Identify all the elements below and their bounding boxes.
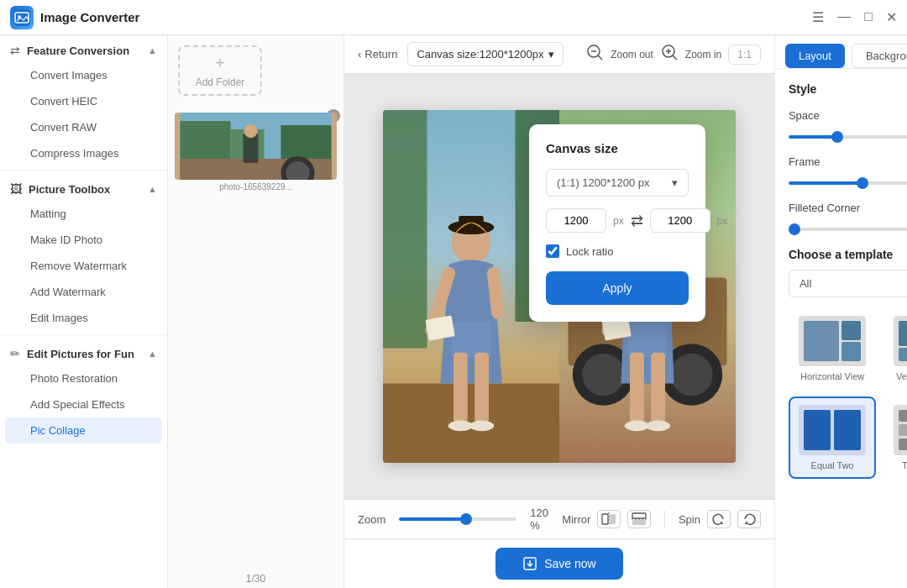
sidebar-item-photo-restoration[interactable]: Photo Restoration <box>0 365 167 391</box>
frame-slider-row: Frame 40 % <box>789 155 907 188</box>
close-button[interactable]: ✕ <box>886 9 897 25</box>
save-button[interactable]: Save now <box>495 548 622 580</box>
title-bar: Image Converter ☰ — □ ✕ <box>0 0 907 35</box>
svg-rect-58 <box>841 321 861 340</box>
popup-size-dropdown[interactable]: (1:1) 1200*1200 px ▾ <box>546 169 689 197</box>
svg-point-45 <box>625 421 649 432</box>
mirror-controls: Mirror <box>562 510 651 528</box>
sidebar-section-edit-pictures[interactable]: ✏ Edit Pictures for Fun ▲ <box>0 339 167 365</box>
mirror-vertical-button[interactable] <box>627 510 651 528</box>
popup-lock-row: Lock ratio <box>546 244 689 258</box>
tab-background[interactable]: Background <box>852 44 907 68</box>
spin-left-button[interactable] <box>707 510 731 528</box>
return-button[interactable]: ‹ Return <box>358 48 397 60</box>
sidebar-item-remove-watermark[interactable]: Remove Watermark <box>0 253 167 279</box>
canvas-preview[interactable]: Canvas size (1:1) 1200*1200 px ▾ px ⇄ px <box>344 74 774 499</box>
popup-width-unit: px <box>613 215 624 227</box>
frame-slider[interactable] <box>789 181 907 185</box>
sidebar-item-add-watermark[interactable]: Add Watermark <box>0 279 167 305</box>
svg-rect-28 <box>474 353 489 423</box>
zoom-in-label: Zoom in <box>685 49 721 60</box>
popup-size-chevron-icon: ▾ <box>672 176 678 189</box>
right-panel-content: Style Space 25 % Frame 40 % <box>775 69 907 492</box>
save-icon <box>522 556 537 571</box>
space-slider[interactable] <box>789 135 907 139</box>
svg-line-14 <box>598 55 602 60</box>
canvas-bottom-bar: Zoom 120 % Mirror <box>344 499 774 538</box>
zoom-in-button[interactable] <box>660 43 679 66</box>
popup-swap-button[interactable]: ⇄ <box>631 212 643 230</box>
template-item-horizontal-view[interactable]: Horizontal View <box>789 307 877 390</box>
mirror-horizontal-button[interactable] <box>597 510 621 528</box>
picture-toolbox-title: Picture Toolbox <box>29 183 110 196</box>
sidebar-item-convert-images[interactable]: Convert Images <box>0 62 167 88</box>
canvas-size-dropdown[interactable]: Canvas size:1200*1200px ▾ <box>407 42 564 66</box>
svg-rect-57 <box>804 321 839 361</box>
svg-rect-25 <box>459 216 483 234</box>
zoom-value: 120 % <box>530 507 548 532</box>
menu-icon[interactable]: ☰ <box>812 9 824 25</box>
template-filter-dropdown[interactable]: All ▾ <box>789 270 907 297</box>
maximize-button[interactable]: □ <box>864 9 873 25</box>
svg-point-36 <box>582 354 624 396</box>
sidebar-section-picture-toolbox[interactable]: 🖼 Picture Toolbox ▲ <box>0 174 167 201</box>
mirror-label: Mirror <box>562 513 590 526</box>
template-three-label: Three Rows <box>902 460 907 470</box>
svg-point-30 <box>469 421 494 432</box>
content-area: + Add Folder ✕ <box>168 35 907 588</box>
add-folder-plus-icon: + <box>215 54 225 73</box>
zoom-out-button[interactable] <box>585 43 604 66</box>
svg-rect-43 <box>630 353 644 423</box>
add-folder-label: Add Folder <box>196 76 245 88</box>
canvas-size-popup: Canvas size (1:1) 1200*1200 px ▾ px ⇄ px <box>529 124 705 322</box>
popup-apply-button[interactable]: Apply <box>546 271 689 305</box>
svg-rect-66 <box>899 424 907 436</box>
picture-toolbox-icon: 🖼 <box>10 182 22 196</box>
main-layout: ⇄ Feature Conversion ▲ Convert Images Co… <box>0 35 907 588</box>
template-item-equal-two[interactable]: Equal Two <box>789 396 877 479</box>
svg-rect-20 <box>383 110 427 349</box>
save-label: Save now <box>544 557 595 570</box>
spin-right-button[interactable] <box>737 510 761 528</box>
corner-slider[interactable] <box>789 228 907 231</box>
sidebar-item-matting[interactable]: Matting <box>0 201 167 227</box>
popup-width-input[interactable] <box>546 208 606 233</box>
zoom-controls: Zoom out Zoom in 1:1 <box>585 43 761 66</box>
sidebar-item-convert-heic[interactable]: Convert HEIC <box>0 88 167 114</box>
svg-point-29 <box>448 421 473 432</box>
svg-point-38 <box>670 354 712 396</box>
sidebar-item-convert-raw[interactable]: Convert RAW <box>0 114 167 140</box>
template-vertical-label: Vertical Picture <box>896 371 907 381</box>
file-list: ✕ <box>168 106 343 566</box>
zoom-slider[interactable] <box>399 517 516 521</box>
template-equal-label: Equal Two <box>811 460 854 470</box>
sidebar-item-make-id-photo[interactable]: Make ID Photo <box>0 227 167 253</box>
feature-conversion-chevron: ▲ <box>148 45 157 55</box>
save-bar: Save now <box>344 538 774 588</box>
svg-rect-10 <box>244 134 259 163</box>
template-item-vertical-picture[interactable]: Vertical Picture <box>883 307 907 390</box>
original-ratio-button[interactable]: 1:1 <box>728 45 761 65</box>
popup-dimensions: px ⇄ px <box>546 208 689 233</box>
frame-label: Frame <box>789 155 820 168</box>
edit-pictures-icon: ✏ <box>10 347 20 360</box>
sidebar-section-feature-conversion[interactable]: ⇄ Feature Conversion ▲ <box>0 35 167 62</box>
sidebar-item-edit-images[interactable]: Edit Images <box>0 305 167 331</box>
sidebar-item-compress-images[interactable]: Compress Images <box>0 140 167 166</box>
svg-marker-54 <box>720 521 723 524</box>
sidebar: ⇄ Feature Conversion ▲ Convert Images Co… <box>0 35 168 588</box>
sidebar-item-add-special-effects[interactable]: Add Special Effects <box>0 391 167 417</box>
popup-height-input[interactable] <box>650 208 710 233</box>
canvas-toolbar: ‹ Return Canvas size:1200*1200px ▾ <box>344 35 774 74</box>
tab-layout[interactable]: Layout <box>785 44 845 68</box>
picture-toolbox-chevron: ▲ <box>148 184 157 194</box>
edit-pictures-title: Edit Pictures for Fun <box>27 348 134 360</box>
controls-divider <box>664 511 665 528</box>
minimize-button[interactable]: — <box>837 9 851 25</box>
sidebar-item-pic-collage[interactable]: Pic Collage <box>5 417 162 444</box>
template-item-three-rows[interactable]: Three Rows <box>883 396 907 479</box>
file-item[interactable]: ✕ <box>175 113 337 192</box>
spin-label: Spin <box>679 513 700 526</box>
popup-lock-ratio-checkbox[interactable] <box>546 244 559 258</box>
add-folder-button[interactable]: + Add Folder <box>178 45 262 96</box>
